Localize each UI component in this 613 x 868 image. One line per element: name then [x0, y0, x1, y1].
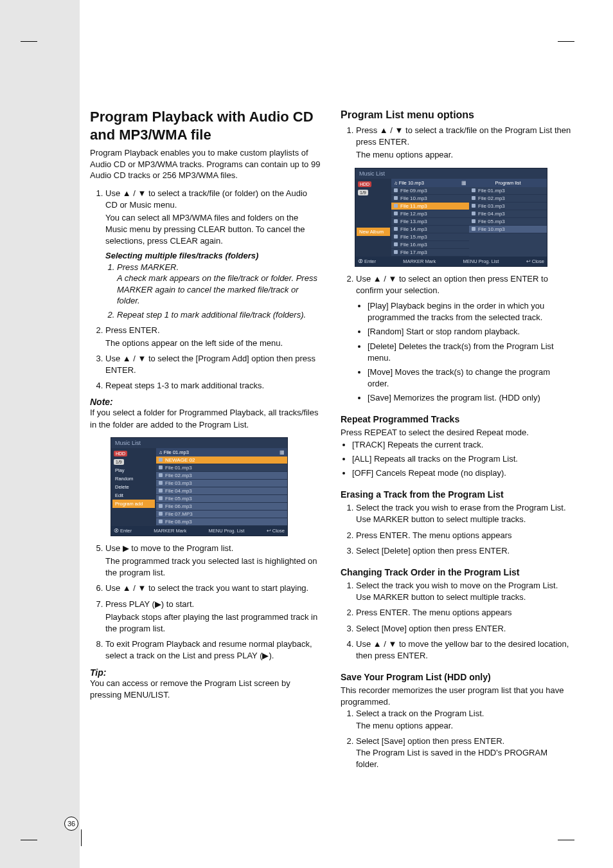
ss-sidebar: HDD 1/9 Play Random Delete Edit Program … — [111, 448, 156, 526]
ss-row: File 12.mp3 — [400, 211, 427, 217]
ss-row: File 13.mp3 — [400, 219, 427, 224]
repeat-item: [TRACK] Repeats the current track. — [352, 439, 572, 451]
sub-step: Press MARKER. A check mark appears on th… — [117, 262, 321, 307]
step-text: Press ▲ / ▼ to select a track/file on th… — [356, 125, 571, 147]
step-1: Use ▲ / ▼ to select a track/file (or fol… — [105, 188, 321, 321]
ss-foot: ⦿ Enter — [114, 528, 132, 534]
step-3: Use ▲ / ▼ to select the [Program Add] op… — [105, 353, 321, 376]
step-5: Use ▶ to move to the Program list. The p… — [105, 543, 321, 579]
ss-foot: MENU Prog. List — [209, 528, 245, 534]
ss-row: File 04.mp3 — [165, 488, 192, 494]
step-text: Press PLAY (▶) to start. — [105, 599, 194, 609]
opt: [Delete] Deletes the track(s) from the P… — [368, 341, 572, 364]
step-text: Use ▲ / ▼ to select an option then press… — [356, 274, 548, 295]
ss-nowplaying: ♫ File 01.mp3 — [159, 449, 189, 455]
step-4: Repeat steps 1-3 to mark additional trac… — [105, 380, 321, 392]
side-item: Random — [112, 475, 155, 483]
save-intro: This recorder memorizes the user program… — [341, 685, 572, 708]
sub-steps: Press MARKER. A check mark appears on th… — [105, 262, 321, 321]
ss-row: File 17.mp3 — [400, 249, 427, 255]
ss-program-list: Program list File 01.mp3 File 02.mp3 Fil… — [469, 179, 547, 257]
ss-row: File 10.mp3 — [400, 195, 427, 201]
ss-foot: ↩ Close — [267, 528, 285, 534]
left-column: Program Playback with Audio CD and MP3/W… — [90, 108, 321, 774]
crop-mark — [21, 41, 37, 42]
right-steps: Press ▲ / ▼ to select a track/file on th… — [341, 125, 572, 161]
ss-row: File 01.mp3 — [165, 465, 192, 471]
ss-row: File 11.mp3 — [400, 203, 427, 209]
erase-step: Select the track you wish to erase from … — [356, 502, 572, 525]
side-item: Delete — [112, 483, 155, 491]
save-step: Select a track on the Program List. The … — [356, 708, 572, 731]
step-6: Use ▲ / ▼ to select the track you want t… — [105, 583, 321, 594]
side-item-selected: Program add — [112, 500, 155, 508]
ss-foot: MENU Prog. List — [463, 258, 499, 264]
side-item: Play — [112, 466, 155, 475]
pill-count: 1/9 — [358, 190, 368, 195]
save-steps: Select a track on the Program List. The … — [341, 708, 572, 770]
pill-hdd: HDD — [114, 451, 127, 457]
ss-sidebar: HDD 1/9 New Album — [355, 179, 391, 257]
side-item: Edit — [112, 491, 155, 500]
ss-row: File 15.mp3 — [400, 234, 427, 240]
music-list-screenshot-2: Music List HDD 1/9 New Album ♫ File 10.m… — [355, 168, 547, 267]
opt: [Random] Start or stop random playback. — [368, 326, 572, 338]
ss-row: File 07.MP3 — [165, 511, 193, 517]
note-text: If you select a folder for Programmed Pl… — [90, 407, 321, 430]
page-title: Program Playback with Audio CD and MP3/W… — [90, 108, 321, 143]
step-text: Use ▲ / ▼ to select a track/file (or fol… — [105, 188, 307, 210]
ss-row: File 06.mp3 — [165, 503, 192, 509]
page-number-badge: 36 — [64, 817, 78, 831]
ss-foot: ↩ Close — [526, 258, 544, 264]
step-note: The options appear on the left side of t… — [105, 338, 321, 349]
ss-row: File 09.mp3 — [400, 188, 427, 194]
ss-row: File 02.mp3 — [478, 195, 505, 201]
erase-step: Press ENTER. The menu options appears — [356, 530, 572, 541]
repeat-item: [OFF] Cancels Repeat mode (no display). — [352, 467, 572, 479]
pill-count: 1/9 — [114, 459, 124, 465]
side-new-album: New Album — [357, 228, 390, 236]
ss-row: File 04.mp3 — [478, 211, 505, 217]
tip-text: You can access or remove the Program Lis… — [90, 678, 321, 701]
crop-mark — [558, 41, 574, 42]
sub-step: Repeat step 1 to mark additional file/tr… — [117, 309, 321, 321]
step-note: You can select all MP3/WMA files and fol… — [105, 212, 321, 248]
repeat-item: [ALL] Repeats all tracks on the Program … — [352, 453, 572, 465]
ss-row: File 01.mp3 — [478, 188, 505, 194]
crop-mark — [558, 840, 574, 840]
ss-foot: MARKER Mark — [403, 258, 436, 264]
repeat-heading: Repeat Programmed Tracks — [341, 414, 572, 424]
order-step: Use ▲ / ▼ to move the yellow bar to the … — [356, 638, 572, 662]
order-step: Select the track you wish to move on the… — [356, 580, 572, 603]
options-list: [Play] Playback begins in the order in w… — [356, 300, 572, 404]
note-heading: Note: — [90, 397, 321, 407]
right-steps-cont: Use ▲ / ▼ to select an option then press… — [341, 273, 572, 404]
save-heading: Save Your Program List (HDD only) — [341, 672, 572, 682]
erase-step: Select [Delete] option then press ENTER. — [356, 545, 572, 557]
opt: [Save] Memorizes the program list. (HDD … — [368, 392, 572, 404]
ss-nowplaying: ♫ File 10.mp3 — [394, 180, 424, 186]
ss-main: ♫ File 01.mp3▦ NEWAGE 02 File 01.mp3 Fil… — [156, 448, 287, 526]
ss-left-list: ♫ File 10.mp3▦ File 09.mp3 File 10.mp3 F… — [391, 179, 469, 257]
r-step-2: Use ▲ / ▼ to select an option then press… — [356, 273, 572, 404]
opt: [Play] Playback begins in the order in w… — [368, 300, 572, 323]
tip-heading: Tip: — [90, 667, 321, 678]
sub-step-note: A check mark appears on the file/track o… — [117, 273, 321, 307]
section-heading: Program List menu options — [341, 109, 572, 121]
repeat-intro: Press REPEAT to select the desired Repea… — [341, 427, 572, 439]
ss-row: File 10.mp3 — [478, 226, 505, 232]
order-step: Press ENTER. The menu options appears — [356, 607, 572, 619]
order-steps: Select the track you wish to move on the… — [341, 580, 572, 662]
ss-row: File 14.mp3 — [400, 226, 427, 232]
erase-steps: Select the track you wish to erase from … — [341, 502, 572, 557]
sub-step-text: Press MARKER. — [117, 262, 179, 272]
right-column: Program List menu options Press ▲ / ▼ to… — [341, 108, 572, 774]
step-note: Playback stops after playing the last pr… — [105, 611, 321, 635]
program-list-header: Program list — [469, 179, 547, 187]
main-steps-list-cont: Use ▶ to move to the Program list. The p… — [90, 543, 321, 662]
step-text: Press ENTER. — [105, 325, 160, 335]
intro-paragraph: Program Playback enables you to make cus… — [90, 147, 321, 181]
music-list-screenshot-1: Music List HDD 1/9 Play Random Delete Ed… — [111, 437, 288, 536]
ss-row: File 03.mp3 — [478, 203, 505, 209]
step-8: To exit Program Playback and resume norm… — [105, 638, 321, 662]
